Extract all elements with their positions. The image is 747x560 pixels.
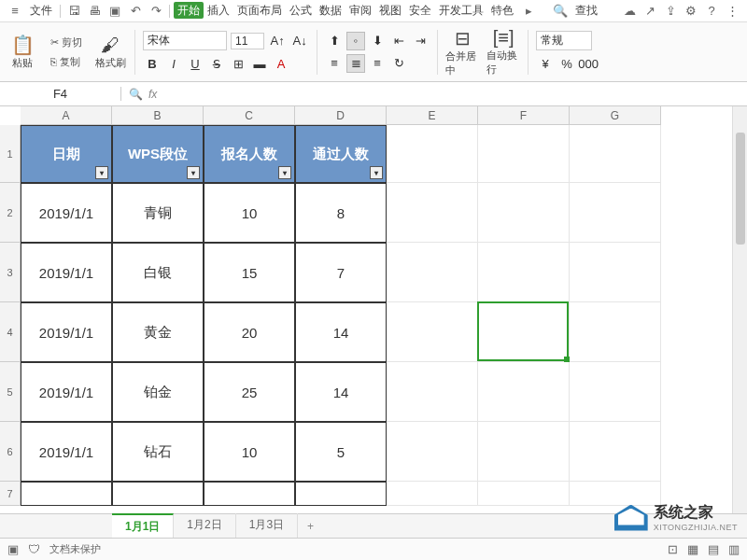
cell[interactable] xyxy=(387,183,478,243)
print-icon[interactable]: 🖶 xyxy=(85,2,104,21)
row-header[interactable]: 6 xyxy=(0,422,21,482)
table-cell[interactable]: 20 xyxy=(204,302,295,362)
share-icon[interactable]: ↗ xyxy=(641,2,659,21)
currency-icon[interactable]: ¥ xyxy=(536,54,555,73)
menu-tab-5[interactable]: 审阅 xyxy=(345,2,375,19)
cell[interactable] xyxy=(478,362,570,422)
help-icon[interactable]: ? xyxy=(702,2,721,21)
bold-button[interactable]: B xyxy=(143,54,162,73)
cell[interactable] xyxy=(387,422,478,482)
row-header[interactable]: 4 xyxy=(0,302,21,362)
table-cell[interactable]: 7 xyxy=(295,243,387,302)
table-cell[interactable]: 钻石 xyxy=(112,422,204,482)
table-cell[interactable]: 14 xyxy=(295,302,387,362)
font-color-button[interactable]: A xyxy=(272,54,290,73)
more-icon[interactable]: ▸ xyxy=(519,2,538,21)
table-cell[interactable]: 10 xyxy=(204,183,295,243)
preview-icon[interactable]: ▣ xyxy=(106,2,124,21)
table-cell[interactable]: 2019/1/1 xyxy=(21,243,112,302)
fx-icon[interactable]: fx xyxy=(148,88,157,101)
search-button[interactable]: 查找 xyxy=(571,1,601,21)
cell[interactable] xyxy=(478,302,570,362)
cell[interactable] xyxy=(570,125,661,183)
file-menu[interactable]: 文件 xyxy=(26,1,56,21)
table-header-cell[interactable]: 报名人数▾ xyxy=(204,125,295,183)
cell[interactable] xyxy=(478,243,570,302)
sheet-tab[interactable]: 1月3日 xyxy=(236,513,298,539)
cell[interactable] xyxy=(570,183,661,243)
italic-button[interactable]: I xyxy=(164,54,183,73)
vertical-scrollbar[interactable] xyxy=(732,106,747,513)
undo-icon[interactable]: ↶ xyxy=(126,2,145,21)
copy-button[interactable]: ⎘ 复制 xyxy=(47,54,84,70)
menu-tab-3[interactable]: 公式 xyxy=(286,2,316,19)
table-cell[interactable] xyxy=(112,482,204,506)
view-layout-icon[interactable]: ▤ xyxy=(708,542,719,556)
fill-color-button[interactable]: ▬ xyxy=(250,54,269,73)
redo-icon[interactable]: ↷ xyxy=(147,2,165,21)
upload-icon[interactable]: ⇪ xyxy=(661,2,680,21)
kebab-icon[interactable]: ⋮ xyxy=(723,2,741,21)
menu-tab-2[interactable]: 页面布局 xyxy=(233,2,286,19)
align-right-icon[interactable]: ≡ xyxy=(368,54,387,73)
menu-tab-9[interactable]: 特色 xyxy=(487,2,517,19)
table-cell[interactable]: 黄金 xyxy=(112,302,204,362)
cell[interactable] xyxy=(387,243,478,302)
view-normal-icon[interactable]: ▦ xyxy=(687,542,698,556)
cell[interactable] xyxy=(570,243,661,302)
table-cell[interactable]: 青铜 xyxy=(112,183,204,243)
menu-tab-1[interactable]: 插入 xyxy=(204,2,233,19)
view-dots-icon[interactable]: ⊡ xyxy=(668,542,678,556)
sheet-tab[interactable]: 1月2日 xyxy=(174,513,235,539)
strike-button[interactable]: S̶ xyxy=(207,54,226,73)
cell[interactable] xyxy=(570,422,661,482)
table-cell[interactable] xyxy=(21,482,112,506)
menu-tab-7[interactable]: 安全 xyxy=(405,2,435,19)
cell[interactable] xyxy=(387,302,478,362)
table-cell[interactable]: 5 xyxy=(295,422,387,482)
insert-function-icon[interactable]: 🔍 xyxy=(129,88,143,101)
table-cell[interactable]: 2019/1/1 xyxy=(21,362,112,422)
merge-center-button[interactable]: ⊟ 合并居中 xyxy=(445,30,479,75)
table-cell[interactable]: 白银 xyxy=(112,243,204,302)
hamburger-icon[interactable]: ≡ xyxy=(6,2,24,21)
format-painter-button[interactable]: 🖌 格式刷 xyxy=(93,30,127,75)
indent-decrease-icon[interactable]: ⇤ xyxy=(389,32,408,50)
settings-icon[interactable]: ⚙ xyxy=(682,2,700,21)
menu-tab-6[interactable]: 视图 xyxy=(375,2,405,19)
cloud-icon[interactable]: ☁ xyxy=(620,2,639,21)
font-size-select[interactable]: 11 xyxy=(231,33,264,49)
cell[interactable] xyxy=(570,362,661,422)
comma-icon[interactable]: 000 xyxy=(579,54,598,73)
table-cell[interactable]: 2019/1/1 xyxy=(21,302,112,362)
table-cell[interactable]: 8 xyxy=(295,183,387,243)
table-header-cell[interactable]: WPS段位▾ xyxy=(112,125,204,183)
table-cell[interactable]: 10 xyxy=(204,422,295,482)
paste-button[interactable]: 📋 粘贴 xyxy=(6,30,39,75)
table-cell[interactable] xyxy=(204,482,295,506)
view-page-icon[interactable]: ▥ xyxy=(728,542,740,556)
align-middle-icon[interactable]: ◦ xyxy=(346,32,365,50)
column-header[interactable]: D xyxy=(295,106,387,125)
table-header-cell[interactable]: 日期▾ xyxy=(21,125,112,183)
table-cell[interactable]: 2019/1/1 xyxy=(21,183,112,243)
decrease-font-icon[interactable]: A↓ xyxy=(290,32,309,50)
row-header[interactable]: 3 xyxy=(0,243,21,302)
underline-button[interactable]: U xyxy=(186,54,204,73)
table-header-cell[interactable]: 通过人数▾ xyxy=(295,125,387,183)
orientation-icon[interactable]: ↻ xyxy=(389,54,408,73)
menu-tab-0[interactable]: 开始 xyxy=(174,2,204,19)
border-button[interactable]: ⊞ xyxy=(229,54,247,73)
wrap-text-button[interactable]: [≡] 自动换行 xyxy=(486,30,520,75)
cell[interactable] xyxy=(387,362,478,422)
filter-dropdown-icon[interactable]: ▾ xyxy=(95,166,108,179)
table-cell[interactable]: 铂金 xyxy=(112,362,204,422)
number-format-select[interactable]: 常规 xyxy=(536,31,592,50)
filter-dropdown-icon[interactable]: ▾ xyxy=(187,166,200,179)
align-center-icon[interactable]: ≣ xyxy=(346,54,365,73)
column-header[interactable]: F xyxy=(478,106,570,125)
increase-font-icon[interactable]: A↑ xyxy=(268,32,287,50)
row-header[interactable]: 7 xyxy=(0,482,21,506)
column-header[interactable]: A xyxy=(21,106,112,125)
indent-increase-icon[interactable]: ⇥ xyxy=(411,32,430,50)
